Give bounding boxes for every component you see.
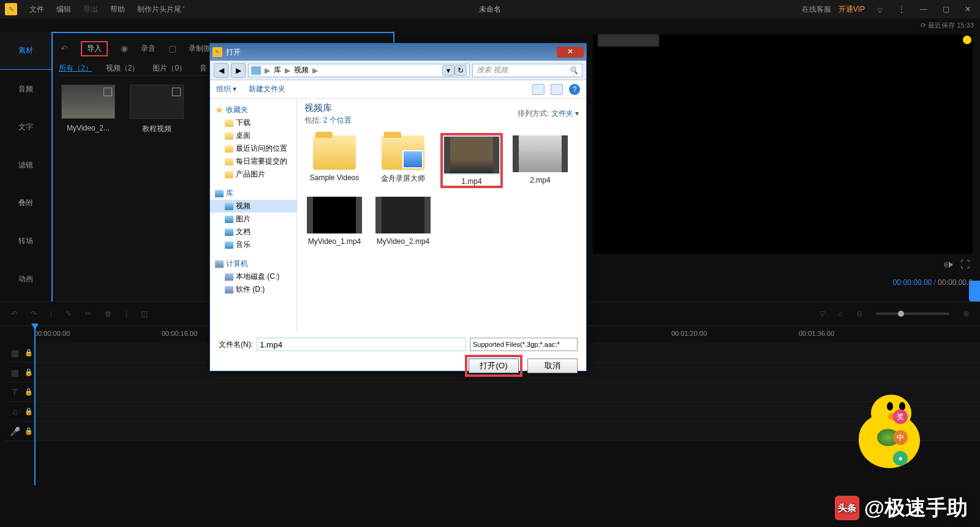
arrange-by[interactable]: 排列方式: 文件夹 ▾	[518, 108, 579, 119]
track-body[interactable]	[34, 402, 980, 421]
menu-edit[interactable]: 编辑	[50, 4, 77, 15]
side-floater[interactable]	[969, 281, 980, 301]
tab-video[interactable]: 视频（2）	[106, 63, 140, 74]
preview-canvas[interactable]	[593, 34, 973, 254]
zoom-slider[interactable]	[876, 313, 949, 315]
tree-item[interactable]: 最近访问的位置	[210, 142, 296, 155]
tree-computer[interactable]: 计算机	[210, 256, 296, 270]
track-audio-icon[interactable]: ♫	[5, 407, 24, 417]
search-icon[interactable]: 🔍	[569, 66, 578, 75]
lock-icon[interactable]: 🔒	[24, 427, 34, 435]
minimize-icon[interactable]: —	[916, 5, 931, 13]
record-audio-icon[interactable]: ◉	[119, 43, 130, 54]
tree-libraries[interactable]: 库	[210, 186, 296, 200]
help-icon[interactable]: ?	[569, 84, 580, 95]
sidebar-item-filter[interactable]: 滤镜	[0, 146, 51, 184]
path-segment[interactable]: 视频	[294, 65, 309, 75]
menu-file[interactable]: 文件	[23, 4, 50, 15]
tree-item[interactable]: 产品图片	[210, 168, 296, 181]
user-icon[interactable]: ⍜	[872, 5, 887, 13]
filename-input[interactable]	[257, 338, 466, 351]
file-item[interactable]: 2.mp4	[510, 134, 570, 187]
import-button[interactable]: 导入	[81, 41, 108, 56]
media-thumb[interactable]: 教程视频	[130, 85, 184, 134]
menu-help[interactable]: 帮助	[104, 4, 131, 15]
file-item[interactable]: 金舟录屏大师	[373, 134, 433, 187]
tree-item[interactable]: 桌面	[210, 129, 296, 142]
filetype-select[interactable]	[470, 338, 578, 351]
track-video-icon[interactable]: ▦	[5, 348, 24, 358]
sidebar-item-text[interactable]: 文字	[0, 108, 51, 146]
sidebar-item-audio[interactable]: 音频	[0, 70, 51, 108]
delete-icon[interactable]: 🗑	[105, 309, 112, 318]
new-folder-button[interactable]: 新建文件夹	[249, 84, 285, 94]
tab-audio[interactable]: 音	[200, 63, 207, 74]
track-text-icon[interactable]: T	[5, 387, 24, 397]
sidebar-item-overlay[interactable]: 叠附	[0, 184, 51, 222]
tree-item[interactable]: 每日需要提交的	[210, 155, 296, 168]
record-audio-label[interactable]: 录音	[141, 44, 156, 54]
track-mic-icon[interactable]: 🎤	[5, 427, 24, 436]
tab-all[interactable]: 所有（2）	[59, 63, 92, 74]
nav-fwd-button[interactable]: ▶	[231, 63, 246, 78]
marker-icon[interactable]: ▽	[820, 309, 825, 318]
more-icon[interactable]: ⋮	[894, 5, 909, 13]
undo-icon[interactable]: ↶	[59, 43, 70, 54]
dialog-close-button[interactable]: ✕	[557, 47, 584, 58]
tab-image[interactable]: 图片（0）	[153, 63, 186, 74]
volume-icon[interactable]: 🕪	[943, 259, 956, 270]
tree-item[interactable]: 音乐	[210, 238, 296, 251]
redo-icon[interactable]: ↷	[31, 309, 37, 318]
track-body[interactable]	[34, 382, 980, 401]
menu-titles[interactable]: 制作片头片尾	[131, 4, 190, 15]
cancel-button[interactable]: 取消	[527, 358, 578, 373]
bubble[interactable]: ●	[893, 451, 908, 466]
vip-link[interactable]: 开通VIP	[839, 4, 865, 15]
online-support[interactable]: 在线客服	[802, 4, 831, 15]
locations-link[interactable]: 2 个位置	[323, 116, 352, 124]
tree-item[interactable]: 下载	[210, 116, 296, 129]
refresh-icon[interactable]: ↻	[454, 65, 467, 76]
tree-item[interactable]: 文档	[210, 226, 296, 238]
tree-item[interactable]: 图片	[210, 213, 296, 226]
view-mode-button[interactable]	[532, 84, 545, 95]
bubble[interactable]: 奖	[893, 409, 908, 424]
preview-pane-button[interactable]	[551, 84, 563, 95]
lock-icon[interactable]: 🔒	[24, 349, 34, 357]
dialog-titlebar[interactable]: ✎ 打开 ✕	[210, 44, 586, 61]
file-item[interactable]: MyVideo_1.mp4	[304, 195, 364, 246]
zoom-out-icon[interactable]: ⊖	[856, 309, 862, 318]
fullscreen-icon[interactable]: ⛶	[960, 259, 973, 270]
tree-favorites[interactable]: 收藏夹	[210, 102, 296, 116]
sidebar-item-transition[interactable]: 转场	[0, 222, 51, 260]
lock-icon[interactable]: 🔒	[24, 408, 34, 415]
path-segment[interactable]: 库	[274, 65, 281, 75]
edit-icon[interactable]: ✎	[66, 309, 72, 318]
sidebar-item-media[interactable]: 素材	[0, 32, 51, 70]
tree-item[interactable]: 软件 (D:)	[210, 283, 296, 296]
track-overlay-icon[interactable]: ▦	[5, 368, 24, 377]
playhead[interactable]	[34, 326, 36, 485]
open-button[interactable]: 打开(O)	[469, 358, 519, 373]
lock-icon[interactable]: 🔒	[24, 388, 34, 396]
crop-icon[interactable]: ◫	[141, 309, 148, 318]
file-item-selected[interactable]: 1.mp4	[442, 134, 502, 187]
media-thumb[interactable]: MyVideo_2...	[61, 85, 115, 134]
organize-menu[interactable]: 组织 ▾	[216, 84, 236, 94]
lock-icon[interactable]: 🔒	[24, 368, 34, 376]
address-dropdown[interactable]: ▾	[442, 65, 454, 76]
cut-icon[interactable]: ✂	[85, 309, 91, 318]
search-input[interactable]: 搜索 视频🔍	[472, 64, 582, 77]
sidebar-item-animation[interactable]: 动画	[0, 260, 51, 298]
snap-icon[interactable]: ⌂	[839, 309, 843, 318]
undo-icon[interactable]: ↶	[11, 309, 17, 318]
maximize-icon[interactable]: ▢	[938, 5, 953, 13]
tree-item[interactable]: 本地磁盘 (C:)	[210, 270, 296, 283]
zoom-in-icon[interactable]: ⊕	[963, 309, 969, 318]
address-bar[interactable]: ▶ 库 ▶ 视频 ▶ ▾↻	[248, 64, 470, 77]
record-screen-icon[interactable]: ▢	[167, 43, 178, 54]
mascot-duck[interactable]	[840, 389, 920, 468]
bubble[interactable]: 中	[893, 430, 908, 445]
close-icon[interactable]: ✕	[960, 5, 975, 13]
mascot-bubbles[interactable]: 奖 中 ●	[893, 409, 908, 466]
